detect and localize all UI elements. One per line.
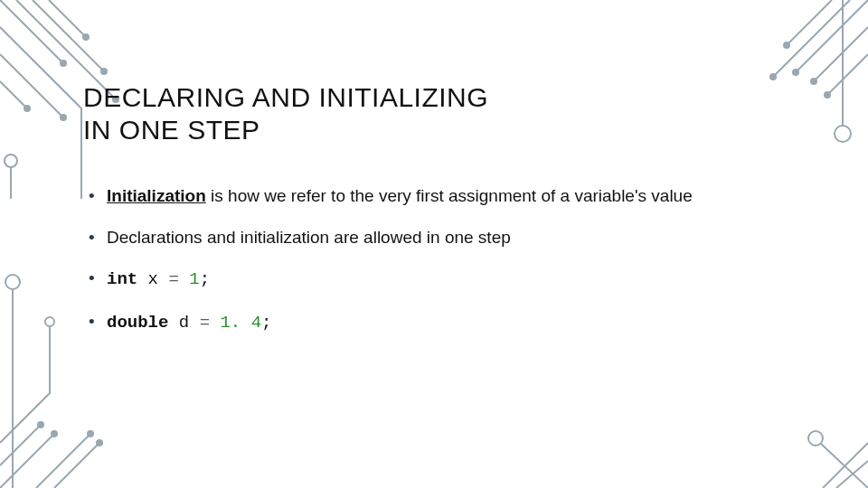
bullet-text: is how we refer to the very first assign…	[206, 186, 693, 205]
bullet-list: Initialization is how we refer to the ve…	[83, 184, 770, 335]
svg-point-18	[96, 439, 103, 446]
bullet-initialization-definition: Initialization is how we refer to the ve…	[83, 184, 770, 208]
svg-point-15	[51, 430, 58, 437]
svg-point-8	[792, 69, 799, 76]
title-line-1: DECLARING AND INITIALIZING	[83, 82, 488, 112]
code-number: 1. 4	[210, 313, 261, 333]
code-semicolon: ;	[261, 313, 271, 333]
code-semicolon: ;	[200, 269, 210, 289]
svg-point-10	[783, 42, 790, 49]
svg-point-19	[808, 431, 823, 446]
svg-point-9	[769, 73, 777, 80]
svg-point-2	[100, 68, 108, 75]
svg-point-13	[5, 275, 20, 289]
bullet-one-step: Declarations and initialization are allo…	[83, 226, 770, 249]
code-keyword-int: int	[107, 269, 137, 289]
svg-point-11	[810, 78, 817, 85]
code-number: 1	[179, 269, 200, 289]
bullet-code-double: double d = 1. 4;	[83, 310, 770, 335]
code-keyword-double: double	[107, 313, 168, 333]
bullet-text: Declarations and initialization are allo…	[107, 228, 511, 247]
code-equals: =	[168, 269, 178, 289]
svg-point-7	[835, 126, 851, 142]
code-var: d	[168, 313, 199, 333]
circuit-decoration-bottom-right	[760, 416, 868, 488]
svg-point-1	[60, 60, 67, 67]
slide-content: DECLARING AND INITIALIZING IN ONE STEP I…	[83, 81, 770, 353]
svg-point-5	[60, 114, 67, 121]
svg-point-0	[5, 155, 17, 167]
title-line-2: IN ONE STEP	[83, 115, 260, 145]
svg-point-6	[24, 105, 31, 112]
slide-title: DECLARING AND INITIALIZING IN ONE STEP	[83, 81, 770, 146]
term-initialization: Initialization	[107, 186, 206, 205]
code-equals: =	[200, 313, 210, 333]
svg-point-3	[82, 33, 90, 41]
svg-point-16	[37, 421, 44, 428]
svg-point-12	[824, 91, 831, 99]
code-var: x	[137, 269, 168, 289]
svg-point-17	[87, 430, 94, 437]
bullet-code-int: int x = 1;	[83, 267, 770, 292]
svg-point-14	[45, 317, 54, 326]
